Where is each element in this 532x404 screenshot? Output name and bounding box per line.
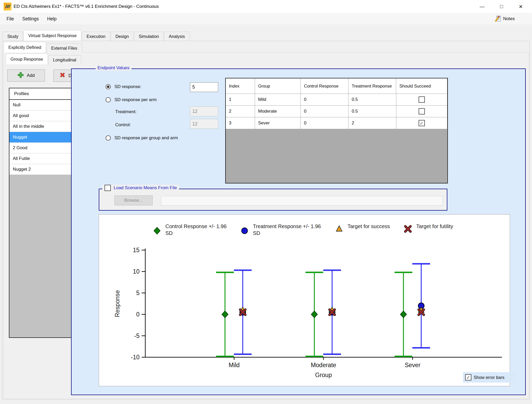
treatment-label: Treatment: bbox=[115, 109, 137, 114]
radio-sd-per-group-and-arm-control[interactable] bbox=[106, 135, 111, 141]
cell-should-succeed bbox=[396, 106, 448, 117]
cell-treatment-response: 0.5 bbox=[349, 94, 396, 105]
treatment-field-wrap bbox=[190, 106, 218, 116]
cell-group: Mild bbox=[255, 94, 301, 105]
file-path-input[interactable] bbox=[161, 196, 443, 206]
radio-sd-response-control[interactable] bbox=[106, 84, 111, 89]
legend-marker-target-for-success bbox=[336, 226, 342, 231]
tab-analysis[interactable]: Analysis bbox=[164, 32, 189, 41]
tab-group-response[interactable]: Group Response bbox=[6, 54, 48, 64]
legend-label-control-response-1-96-sd: Control Response +/- 1.96 bbox=[165, 223, 227, 229]
control-input[interactable] bbox=[190, 119, 218, 129]
table-row-2[interactable]: 2Moderate00.5 bbox=[226, 105, 447, 117]
show-error-bars-checkbox[interactable]: ✓ bbox=[465, 374, 471, 380]
svg-text:Group: Group bbox=[315, 372, 332, 378]
sd-response-input[interactable] bbox=[190, 82, 218, 92]
menu-settings[interactable]: Settings bbox=[18, 16, 43, 22]
legend-label-control-response-1-96-sd: SD bbox=[165, 230, 173, 236]
menu-help[interactable]: Help bbox=[43, 16, 61, 22]
svg-text:Sever: Sever bbox=[405, 362, 420, 368]
legend-label-treatment-response-1-96-sd: SD bbox=[253, 230, 260, 236]
should-succeed-checkbox[interactable] bbox=[419, 108, 425, 114]
svg-text:15: 15 bbox=[133, 247, 140, 253]
title-bar: ED Cts Alzheimers Ex1* - FACTS™ v6.1 Enr… bbox=[0, 0, 532, 13]
show-error-bars-row: ✓ Show error bars bbox=[463, 372, 516, 383]
control-field-wrap bbox=[190, 119, 218, 129]
should-succeed-checkbox[interactable]: ✓ bbox=[419, 120, 425, 126]
app-window: ED Cts Alzheimers Ex1* - FACTS™ v6.1 Enr… bbox=[0, 0, 532, 404]
tab-study[interactable]: Study bbox=[3, 32, 23, 41]
radio-sd-per-group-and-arm-label: SD response per group and arm bbox=[114, 135, 178, 141]
notes-button[interactable]: Notes bbox=[495, 15, 515, 23]
response-tabstrip: Group ResponseLongitudinal bbox=[6, 54, 82, 64]
tab-external-files[interactable]: External Files bbox=[47, 43, 82, 53]
column-header-group: Group bbox=[255, 78, 301, 94]
minimize-button[interactable]: — bbox=[472, 0, 492, 13]
control-marker-moderate bbox=[311, 311, 317, 318]
radio-sd-per-arm[interactable]: SD response per arm bbox=[106, 97, 157, 102]
load-scenario-title: Load Scenario Means From File bbox=[114, 185, 177, 191]
cell-control-response: 0 bbox=[301, 117, 349, 129]
svg-text:Mild: Mild bbox=[229, 362, 240, 368]
radio-sd-per-arm-control[interactable] bbox=[106, 97, 111, 102]
svg-text:10: 10 bbox=[133, 268, 140, 275]
legend-label-target-for-futility: Target for futility bbox=[416, 223, 453, 229]
cell-treatment-response: 2 bbox=[349, 117, 396, 129]
svg-text:Response: Response bbox=[114, 290, 121, 317]
svg-text:Moderate: Moderate bbox=[311, 362, 336, 368]
control-marker-mild bbox=[222, 311, 228, 318]
table-row-1[interactable]: 1Mild00.5 bbox=[226, 94, 447, 105]
maximize-button[interactable]: □ bbox=[492, 0, 511, 13]
load-scenario-header: Load Scenario Means From File bbox=[102, 185, 179, 191]
treatment-input[interactable] bbox=[190, 106, 218, 116]
legend-label-target-for-success: Target for success bbox=[348, 223, 390, 229]
control-label: Control: bbox=[115, 122, 131, 128]
column-header-control-response: Control Response bbox=[301, 78, 349, 94]
column-header-treatment-response: Treatment Response bbox=[349, 78, 396, 94]
cell-control-response: 0 bbox=[301, 106, 349, 117]
response-chart-panel: 151050-5-10MildModerateSeverGroupRespons… bbox=[99, 214, 510, 386]
defined-tabstrip: Explicitly DefinedExternal Files bbox=[4, 42, 83, 53]
legend-label-treatment-response-1-96-sd: Treatment Response +/- 1.96 bbox=[253, 223, 321, 229]
legend-marker-treatment-response-1-96-sd bbox=[242, 228, 248, 234]
add-button[interactable]: Add bbox=[7, 70, 45, 82]
menu-bar: File Settings Help Notes bbox=[0, 13, 532, 24]
table-header-row: IndexGroupControl ResponseTreatment Resp… bbox=[226, 78, 447, 94]
control-marker-sever bbox=[400, 311, 407, 318]
radio-sd-response[interactable]: SD response: bbox=[106, 84, 141, 89]
column-header-index: Index bbox=[226, 78, 255, 94]
tab-explicitly-defined[interactable]: Explicitly Defined bbox=[4, 42, 46, 53]
app-icon bbox=[4, 3, 11, 10]
svg-text:5: 5 bbox=[136, 290, 140, 296]
svg-text:-5: -5 bbox=[134, 332, 140, 339]
cell-index: 3 bbox=[226, 117, 255, 129]
load-scenario-checkbox[interactable] bbox=[105, 185, 111, 191]
close-button[interactable]: ✕ bbox=[511, 0, 530, 13]
main-tabstrip: StudyVirtual Subject ResponseExecutionDe… bbox=[3, 30, 190, 41]
legend-marker-control-response-1-96-sd bbox=[154, 227, 160, 234]
cell-index: 1 bbox=[226, 94, 255, 105]
should-succeed-checkbox[interactable] bbox=[419, 96, 425, 103]
cell-group: Moderate bbox=[255, 106, 301, 117]
radio-sd-per-group-and-arm[interactable]: SD response per group and arm bbox=[106, 135, 178, 141]
tab-execution[interactable]: Execution bbox=[82, 32, 110, 41]
scenario-table: IndexGroupControl ResponseTreatment Resp… bbox=[225, 78, 448, 183]
cell-control-response: 0 bbox=[301, 94, 349, 105]
svg-text:0: 0 bbox=[136, 311, 140, 318]
sd-response-field-wrap bbox=[190, 82, 218, 92]
cell-index: 2 bbox=[226, 106, 255, 117]
tab-virtual-subject-response[interactable]: Virtual Subject Response bbox=[24, 30, 81, 41]
browse-button[interactable]: Browse... bbox=[114, 195, 153, 205]
cell-group: Sever bbox=[255, 117, 301, 129]
tab-simulation[interactable]: Simulation bbox=[134, 32, 164, 41]
window-controls: — □ ✕ bbox=[472, 0, 530, 13]
add-label: Add bbox=[27, 73, 34, 78]
notes-icon bbox=[495, 15, 501, 23]
table-row-3[interactable]: 3Sever02✓ bbox=[226, 117, 447, 129]
tab-longitudinal[interactable]: Longitudinal bbox=[48, 55, 81, 64]
notes-label: Notes bbox=[503, 16, 515, 21]
tab-design[interactable]: Design bbox=[111, 32, 134, 41]
radio-sd-per-arm-label: SD response per arm bbox=[114, 97, 157, 102]
cell-should-succeed bbox=[396, 94, 448, 105]
menu-file[interactable]: File bbox=[2, 16, 18, 22]
